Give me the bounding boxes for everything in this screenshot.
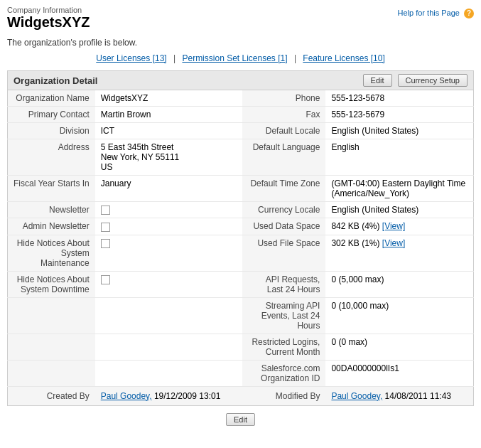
user-licenses-link[interactable]: User Licenses [13] [96,53,166,63]
address-label: Address [8,139,95,176]
default-locale-label: Default Locale [242,123,326,139]
modified-by-date: 14/08/2011 11:43 [385,391,451,401]
currency-locale-value: English (United States) [325,202,473,218]
default-language-label: Default Language [242,139,326,176]
created-by-label: Created By [8,386,95,405]
table-row: Newsletter Currency Locale English (Unit… [8,202,474,218]
table-row: Salesforce.com Organization ID 00DA00000… [8,360,474,386]
table-row: Fiscal Year Starts In January Default Ti… [8,176,474,202]
used-file-space-text: 302 KB (1%) [331,238,379,248]
streaming-api-value: 0 (10,000 max) [325,297,473,334]
edit-bottom-container: Edit [7,413,474,426]
created-by-value: Paul Goodey, 19/12/2009 13:01 [95,386,242,405]
admin-newsletter-checkbox-cell [95,218,242,235]
fax-value: 555-123-5679 [325,107,473,123]
used-file-view-link[interactable]: [View] [382,238,405,248]
used-data-space-label: Used Data Space [242,218,326,235]
help-link-text: Help for this Page [398,9,460,17]
hide-downtime-checkbox-cell [95,271,242,297]
help-icon: ? [464,9,474,18]
hide-downtime-checkbox[interactable] [101,275,110,284]
newsletter-checkbox-cell [95,202,242,218]
used-data-view-link[interactable]: [View] [382,221,405,231]
restricted-logins-value: 0 (0 max) [325,334,473,360]
fax-label: Fax [242,107,326,123]
section-header: Organization Detail Edit Currency Setup [7,70,474,90]
table-row: Division ICT Default Locale English (Uni… [8,123,474,139]
streaming-api-label: Streaming API Events, Last 24 Hours [242,297,326,334]
license-links: User Licenses [13] | Permission Set Lice… [7,53,474,63]
modified-by-link[interactable]: Paul Goodey, [331,391,382,401]
newsletter-checkbox[interactable] [101,206,110,215]
address-value: 5 East 345th StreetNew York, NY 55111US [95,139,242,176]
api-requests-label: API Requests, Last 24 Hours [242,271,326,297]
primary-contact-value: Martin Brown [95,107,242,123]
modified-by-label: Modified By [242,386,326,405]
fiscal-year-value: January [95,176,242,202]
edit-top-button[interactable]: Edit [363,74,392,87]
separator-2: | [294,53,298,63]
used-data-space-value: 842 KB (4%) [View] [325,218,473,235]
table-row: Streaming API Events, Last 24 Hours 0 (1… [8,297,474,334]
feature-licenses-link[interactable]: Feature Licenses [10] [303,53,384,63]
newsletter-label: Newsletter [8,202,95,218]
salesforce-org-value: 00DA0000000lIs1 [325,360,473,386]
division-value: ICT [95,123,242,139]
salesforce-org-label: Salesforce.com Organization ID [242,360,326,386]
table-row: Restricted Logins, Current Month 0 (0 ma… [8,334,474,360]
phone-label: Phone [242,90,326,107]
table-row: Hide Notices About System Maintenance Us… [8,235,474,271]
edit-bottom-button[interactable]: Edit [226,413,255,426]
hide-downtime-label: Hide Notices About System Downtime [8,271,95,297]
permission-set-licenses-link[interactable]: Permission Set Licenses [1] [182,53,287,63]
hide-system-checkbox-cell [95,235,242,271]
currency-locale-label: Currency Locale [242,202,326,218]
default-language-value: English [325,139,473,176]
detail-table: Organization Name WidgetsXYZ Phone 555-1… [7,90,474,406]
hide-system-checkbox[interactable] [101,239,110,248]
hide-system-label: Hide Notices About System Maintenance [8,235,95,271]
org-profile-desc: The organization's profile is below. [7,38,474,48]
primary-contact-label: Primary Contact [8,107,95,123]
created-by-link[interactable]: Paul Goodey, [101,391,152,401]
default-locale-value: English (United States) [325,123,473,139]
table-row: Hide Notices About System Downtime API R… [8,271,474,297]
org-name-value: WidgetsXYZ [95,90,242,107]
footer-row: Created By Paul Goodey, 19/12/2009 13:01… [8,386,474,405]
admin-newsletter-label: Admin Newsletter [8,218,95,235]
used-file-space-value: 302 KB (1%) [View] [325,235,473,271]
used-file-space-label: Used File Space [242,235,326,271]
modified-by-value: Paul Goodey, 14/08/2011 11:43 [325,386,473,405]
fiscal-year-label: Fiscal Year Starts In [8,176,95,202]
created-by-date: 19/12/2009 13:01 [154,391,220,401]
currency-setup-button[interactable]: Currency Setup [398,74,468,87]
default-timezone-value: (GMT-04:00) Eastern Daylight Time (Ameri… [325,176,473,202]
phone-value: 555-123-5678 [325,90,473,107]
table-row: Admin Newsletter Used Data Space 842 KB … [8,218,474,235]
table-row: Address 5 East 345th StreetNew York, NY … [8,139,474,176]
division-label: Division [8,123,95,139]
section-title: Organization Detail [13,75,357,86]
default-timezone-label: Default Time Zone [242,176,326,202]
org-name-label: Organization Name [8,90,95,107]
api-requests-value: 0 (5,000 max) [325,271,473,297]
help-link[interactable]: Help for this Page ? [398,9,475,18]
separator-1: | [173,53,178,63]
used-data-space-text: 842 KB (4%) [331,221,379,231]
restricted-logins-label: Restricted Logins, Current Month [242,334,326,360]
table-row: Primary Contact Martin Brown Fax 555-123… [8,107,474,123]
admin-newsletter-checkbox[interactable] [101,223,110,232]
table-row: Organization Name WidgetsXYZ Phone 555-1… [8,90,474,107]
